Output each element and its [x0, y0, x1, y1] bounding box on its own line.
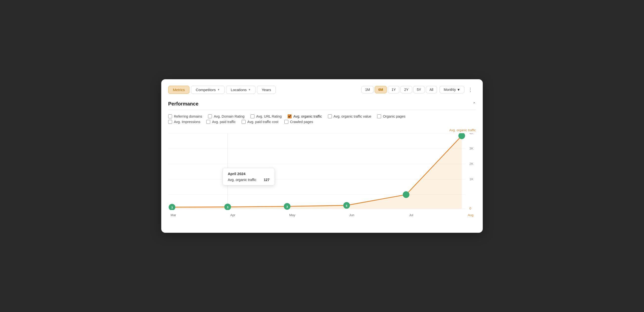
svg-text:1K: 1K [470, 177, 473, 181]
toolbar: MetricsCompetitors▼Locations▼Years 1M6M1… [168, 85, 476, 94]
svg-text:0: 0 [470, 207, 471, 210]
more-button[interactable]: ⋮ [466, 85, 476, 94]
chart-container: Avg. organic traffic 4K 3K 2K 1K 0 [168, 128, 476, 217]
chart-svg-wrapper: 4K 3K 2K 1K 0 3 3 3 6 [168, 133, 476, 210]
chart-dot-jul [403, 191, 410, 198]
tooltip-metric-value: 127 [264, 178, 269, 182]
x-label-may: May [288, 213, 296, 217]
metric-organic-pages[interactable]: Organic pages [377, 114, 405, 118]
tab-metrics[interactable]: Metrics [168, 86, 190, 94]
metrics-checkboxes: Referring domainsAvg. Domain RatingAvg. … [168, 114, 476, 124]
toolbar-right: 1M6M1Y2Y5YAllMonthly ▼⋮ [361, 85, 476, 94]
x-label-apr: Apr [229, 213, 236, 217]
tab-locations[interactable]: Locations▼ [226, 86, 256, 94]
x-label-aug: Aug [467, 213, 474, 217]
metric-avg--domain-rating[interactable]: Avg. Domain Rating [208, 114, 244, 118]
metrics-row-2: Avg. ImpressionsAvg. paid trafficAvg. pa… [168, 120, 476, 124]
x-label-jul: Jul [408, 213, 415, 217]
metrics-row-1: Referring domainsAvg. Domain RatingAvg. … [168, 114, 476, 118]
tooltip-title: April 2024 [228, 172, 270, 176]
svg-text:4K: 4K [470, 133, 473, 135]
svg-text:2K: 2K [470, 162, 473, 166]
toolbar-left: MetricsCompetitors▼Locations▼Years [168, 86, 276, 94]
metric-crawled-pages[interactable]: Crawled pages [284, 120, 313, 124]
chart-y-label: Avg. organic traffic [449, 128, 476, 132]
svg-text:3: 3 [227, 206, 228, 209]
tab-competitors[interactable]: Competitors▼ [191, 86, 224, 94]
time-btn-2y[interactable]: 2Y [400, 86, 412, 93]
tooltip-row: Avg. organic traffic 127 [228, 178, 270, 182]
time-btn-1y[interactable]: 1Y [388, 86, 400, 93]
chart-fill [172, 136, 462, 209]
metric-avg--paid-traffic-cost[interactable]: Avg. paid traffic cost [242, 120, 278, 124]
svg-text:3: 3 [286, 205, 288, 208]
x-label-mar: Mar [170, 213, 177, 217]
metric-avg--url-rating[interactable]: Avg. URL Rating [250, 114, 282, 118]
metric-avg--impressions[interactable]: Avg. Impressions [168, 120, 200, 124]
tab-years[interactable]: Years [257, 86, 276, 94]
time-btn-all[interactable]: All [426, 86, 437, 93]
time-btn-1m[interactable]: 1M [361, 86, 374, 93]
svg-text:3K: 3K [470, 146, 473, 150]
metric-avg--paid-traffic[interactable]: Avg. paid traffic [206, 120, 236, 124]
time-btn-5y[interactable]: 5Y [413, 86, 425, 93]
collapse-button[interactable]: ⌃ [472, 101, 476, 106]
chart-tooltip: April 2024 Avg. organic traffic 127 [222, 168, 275, 186]
metric-referring-domains[interactable]: Referring domains [168, 114, 202, 118]
chart-svg: 4K 3K 2K 1K 0 3 3 3 6 [168, 133, 476, 210]
svg-text:3: 3 [171, 206, 172, 209]
section-header: Performance ⌃ [168, 101, 476, 110]
metric-avg--organic-traffic[interactable]: Avg. organic traffic [288, 114, 322, 118]
monthly-button[interactable]: Monthly ▼ [440, 86, 464, 93]
section-title: Performance [168, 101, 198, 107]
x-label-jun: Jun [348, 213, 356, 217]
main-card: MetricsCompetitors▼Locations▼Years 1M6M1… [161, 79, 483, 233]
tooltip-metric-label: Avg. organic traffic [228, 178, 256, 182]
svg-text:6: 6 [346, 204, 347, 207]
time-btn-6m[interactable]: 6M [375, 86, 387, 93]
metric-avg--organic-traffic-value[interactable]: Avg. organic traffic value [328, 114, 372, 118]
